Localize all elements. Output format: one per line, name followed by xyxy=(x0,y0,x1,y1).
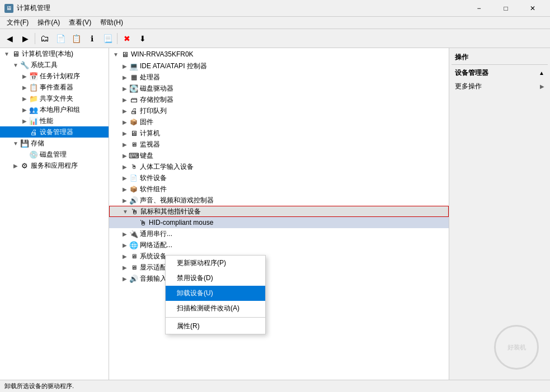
right-section-label: 设备管理器 xyxy=(455,68,488,78)
expand-icon: ▼ xyxy=(121,207,130,216)
mouse-label: 鼠标和其他指针设备 xyxy=(140,207,201,216)
computer-management-icon: 🖥 xyxy=(11,49,20,58)
menu-view[interactable]: 查看(V) xyxy=(64,17,96,29)
toolbar-btn-doc[interactable]: 📄 xyxy=(53,31,68,46)
expand-icon: ▶ xyxy=(20,105,29,114)
sidebar-item-local-users[interactable]: ▶ 👥 本地用户和组 xyxy=(0,104,109,115)
device-item-hid-mouse[interactable]: 🖱 HID-compliant mouse xyxy=(109,217,449,228)
toolbar-btn-delete[interactable]: ✖ xyxy=(120,31,134,46)
device-tree-root[interactable]: ▼ 🖥 WIN-RRVA35KFR0K xyxy=(109,48,449,60)
device-manager-icon: 🖨 xyxy=(29,127,38,136)
sidebar-label-task-scheduler: 任务计划程序 xyxy=(40,72,80,81)
device-item-cpu[interactable]: ▶ ▦ 处理器 xyxy=(109,72,449,83)
event-viewer-icon: 📋 xyxy=(29,83,38,92)
toolbar-btn-folder[interactable]: 🗂 xyxy=(37,31,52,46)
expand-icon: ▶ xyxy=(120,95,129,104)
forward-button[interactable]: ▶ xyxy=(18,31,32,46)
window-controls: − □ ✕ xyxy=(466,0,546,17)
device-item-print-queue[interactable]: ▶ 🖨 打印队列 xyxy=(109,105,449,116)
left-panel: ▼ 🖥 计算机管理(本地) ▼ 🔧 系统工具 ▶ 📅 任务计划程序 ▶ 📋 事件… xyxy=(0,48,109,380)
device-item-disk-drives[interactable]: ▶ 💽 磁盘驱动器 xyxy=(109,83,449,94)
device-item-soft-devices[interactable]: ▶ 📄 软件设备 xyxy=(109,172,449,183)
expand-icon: ▼ xyxy=(11,60,20,69)
monitor-label: 监视器 xyxy=(140,140,160,149)
toolbar-btn-clip[interactable]: 📋 xyxy=(69,31,83,46)
sidebar-item-performance[interactable]: ▶ 📊 性能 xyxy=(0,115,109,126)
device-item-firmware[interactable]: ▶ 📦 固件 xyxy=(109,116,449,127)
expand-icon: ▶ xyxy=(120,185,129,193)
sidebar-item-shared-folders[interactable]: ▶ 📁 共享文件夹 xyxy=(0,93,109,104)
context-menu: 更新驱动程序(P) 禁用设备(D) 卸载设备(U) 扫描检测硬件改动(A) 属性… xyxy=(165,255,266,334)
ctx-uninstall-device[interactable]: 卸载设备(U) xyxy=(166,286,265,301)
sidebar-item-task-scheduler[interactable]: ▶ 📅 任务计划程序 xyxy=(0,70,109,82)
ctx-properties[interactable]: 属性(R) xyxy=(166,319,265,334)
sidebar-item-event-viewer[interactable]: ▶ 📋 事件查看器 xyxy=(0,82,109,93)
device-item-monitor[interactable]: ▶ 🖥 监视器 xyxy=(109,139,449,150)
expand-icon: ▶ xyxy=(120,162,129,171)
menu-file[interactable]: 文件(F) xyxy=(2,17,33,29)
sidebar-label-services-apps: 服务和应用程序 xyxy=(31,161,78,171)
sidebar-item-storage[interactable]: ▼ 💾 存储 xyxy=(0,138,109,149)
toolbar-separator-2 xyxy=(117,33,117,44)
expand-icon: ▶ xyxy=(120,173,129,182)
performance-icon: 📊 xyxy=(29,116,38,125)
ctx-scan-hardware[interactable]: 扫描检测硬件改动(A) xyxy=(166,301,265,316)
system-tools-icon: 🔧 xyxy=(20,60,29,69)
device-item-audio-video[interactable]: ▶ 🔊 声音、视频和游戏控制器 xyxy=(109,195,449,206)
device-item-system-devices[interactable]: ▶ 🖥 系统设备... xyxy=(109,251,449,262)
device-item-storage-ctrl[interactable]: ▶ 🗃 存储控制器 xyxy=(109,94,449,105)
hid-input-label: 人体工学输入设备 xyxy=(140,162,194,172)
close-button[interactable]: ✕ xyxy=(520,0,546,17)
expand-icon: ▶ xyxy=(120,274,129,283)
expand-icon: ▶ xyxy=(20,83,29,92)
main-layout: ▼ 🖥 计算机管理(本地) ▼ 🔧 系统工具 ▶ 📅 任务计划程序 ▶ 📋 事件… xyxy=(0,48,550,380)
maximize-button[interactable]: □ xyxy=(493,0,519,17)
print-queue-icon: 🖨 xyxy=(129,106,138,115)
toolbar-btn-down[interactable]: ⬇ xyxy=(135,31,150,46)
sidebar-item-computer-management[interactable]: ▼ 🖥 计算机管理(本地) xyxy=(0,48,109,59)
toolbar-btn-info[interactable]: ℹ xyxy=(84,31,99,46)
device-item-soft-components[interactable]: ▶ 📦 软件组件 xyxy=(109,183,449,195)
more-actions-arrow: ▶ xyxy=(540,83,544,89)
toolbar: ◀ ▶ 🗂 📄 📋 ℹ 📃 ✖ ⬇ xyxy=(0,29,550,48)
device-item-mouse[interactable]: ▼ 🖱 鼠标和其他指针设备 xyxy=(109,206,449,217)
device-item-ide-ata[interactable]: ▶ 💻 IDE ATA/ATAPI 控制器 xyxy=(109,60,449,72)
generic-usb-icon: 🔌 xyxy=(129,229,138,238)
toolbar-btn-list[interactable]: 📃 xyxy=(100,31,115,46)
device-item-computer[interactable]: ▶ 🖥 计算机 xyxy=(109,127,449,139)
sidebar-item-system-tools[interactable]: ▼ 🔧 系统工具 xyxy=(0,59,109,70)
back-button[interactable]: ◀ xyxy=(2,31,17,46)
network-label: 网络适配... xyxy=(140,240,172,250)
sidebar-label-event-viewer: 事件查看器 xyxy=(40,83,73,92)
expand-icon: ▼ xyxy=(2,49,11,58)
minimize-button[interactable]: − xyxy=(466,0,492,17)
ctx-update-driver[interactable]: 更新驱动程序(P) xyxy=(166,256,265,271)
sidebar-label-shared-folders: 共享文件夹 xyxy=(40,94,73,103)
soft-devices-label: 软件设备 xyxy=(140,173,167,183)
device-item-keyboard[interactable]: ▶ ⌨ 键盘 xyxy=(109,150,449,161)
right-action-more[interactable]: 更多操作 ▶ xyxy=(452,80,548,93)
root-label: WIN-RRVA35KFR0K xyxy=(131,50,194,58)
device-item-hid-input[interactable]: ▶ 🖱 人体工学输入设备 xyxy=(109,161,449,172)
expand-icon: ▶ xyxy=(11,161,20,170)
sidebar-item-services-apps[interactable]: ▶ ⚙ 服务和应用程序 xyxy=(0,160,109,171)
device-item-generic-usb[interactable]: ▶ 🔌 通用串行... xyxy=(109,228,449,239)
device-item-network-adapter[interactable]: ▶ 🌐 网络适配... xyxy=(109,239,449,251)
firmware-label: 固件 xyxy=(140,117,153,127)
device-item-display-adapter[interactable]: ▶ 🖥 显示适配... xyxy=(109,262,449,273)
sidebar-item-device-manager[interactable]: 🖨 设备管理器 xyxy=(0,126,109,138)
local-users-icon: 👥 xyxy=(29,105,38,114)
menu-action[interactable]: 操作(A) xyxy=(33,17,64,29)
display-adapter-icon: 🖥 xyxy=(129,263,138,272)
expand-icon xyxy=(20,150,29,159)
menu-help[interactable]: 帮助(H) xyxy=(96,17,128,29)
device-item-audio-io[interactable]: ▶ 🔊 音频输入... xyxy=(109,273,449,284)
ide-ata-icon: 💻 xyxy=(129,62,138,70)
ctx-disable-device[interactable]: 禁用设备(D) xyxy=(166,271,265,286)
sidebar-item-disk-management[interactable]: 💿 磁盘管理 xyxy=(0,149,109,160)
computer-label: 计算机 xyxy=(140,129,160,138)
middle-panel: ▼ 🖥 WIN-RRVA35KFR0K ▶ 💻 IDE ATA/ATAPI 控制… xyxy=(109,48,449,380)
sidebar-label-device-manager: 设备管理器 xyxy=(40,127,73,137)
expand-icon: ▶ xyxy=(20,94,29,103)
audio-video-label: 声音、视频和游戏控制器 xyxy=(140,196,214,205)
